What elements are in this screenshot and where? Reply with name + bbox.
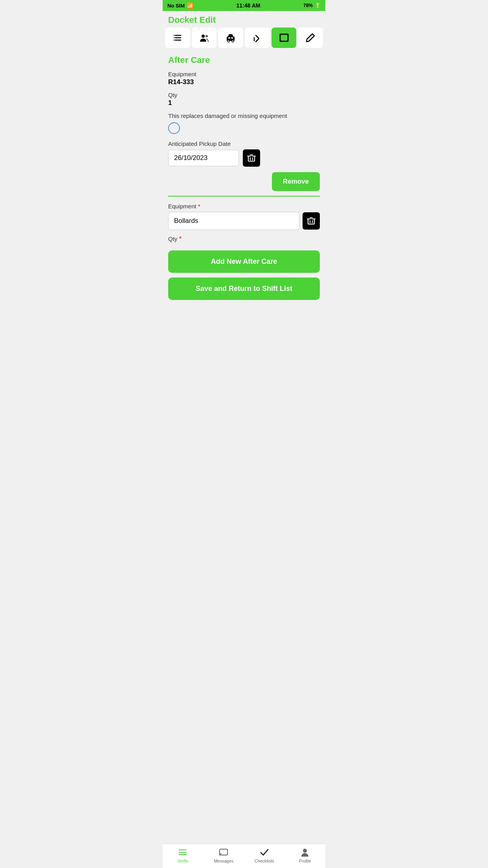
pickup-date-row: 26/10/2023 bbox=[168, 149, 320, 167]
qty-label: Qty bbox=[168, 92, 320, 98]
main-content: After Care Equipment R14-333 Qty 1 This … bbox=[163, 51, 325, 309]
trash-icon bbox=[247, 154, 256, 162]
qty-required-row: Qty * bbox=[168, 235, 320, 243]
svg-rect-12 bbox=[231, 37, 233, 39]
pickup-date-label: Anticipated Pickup Date bbox=[168, 140, 320, 147]
svg-point-4 bbox=[174, 37, 174, 38]
battery-icon: 🔋 bbox=[315, 3, 321, 8]
status-bar: No SIM 📶 11:48 AM 78% 🔋 bbox=[163, 0, 325, 11]
svg-rect-14 bbox=[280, 34, 288, 41]
page-title: Docket Edit bbox=[163, 11, 325, 28]
svg-point-6 bbox=[202, 35, 205, 38]
qty-required-star: * bbox=[179, 235, 182, 242]
svg-rect-26 bbox=[310, 219, 312, 220]
replaces-label: This replaces damaged or missing equipme… bbox=[168, 112, 320, 119]
replaces-radio[interactable] bbox=[168, 122, 180, 134]
list-icon bbox=[172, 32, 183, 43]
svg-point-9 bbox=[227, 40, 229, 42]
qty-value: 1 bbox=[168, 99, 320, 107]
equipment-clear-button[interactable] bbox=[303, 212, 320, 230]
pickup-date-clear-button[interactable] bbox=[243, 149, 260, 167]
vehicle-icon bbox=[225, 32, 236, 43]
wifi-icon: 📶 bbox=[187, 2, 193, 9]
status-bar-right: 78% 🔋 bbox=[303, 3, 321, 8]
svg-rect-11 bbox=[228, 37, 230, 39]
equipment-required-star: * bbox=[198, 203, 200, 210]
equipment-value: R14-333 bbox=[168, 78, 320, 86]
svg-point-10 bbox=[232, 40, 234, 42]
toolbar-edit-button[interactable] bbox=[298, 28, 323, 48]
toolbar-forward-button[interactable] bbox=[245, 28, 270, 48]
toolbar bbox=[163, 28, 325, 51]
people-icon bbox=[199, 32, 210, 43]
equipment-input[interactable] bbox=[168, 212, 299, 230]
carrier-label: No SIM bbox=[167, 3, 185, 9]
battery-percent: 78% bbox=[303, 3, 313, 8]
toolbar-people-button[interactable] bbox=[192, 28, 217, 48]
status-bar-left: No SIM 📶 bbox=[167, 2, 193, 9]
status-bar-time: 11:48 AM bbox=[237, 2, 261, 9]
frame-icon bbox=[279, 32, 290, 43]
svg-point-7 bbox=[205, 35, 208, 37]
toolbar-list-button[interactable] bbox=[165, 28, 190, 48]
new-equipment-label: Equipment * bbox=[168, 203, 320, 210]
toolbar-frame-button[interactable] bbox=[272, 28, 297, 48]
edit-icon bbox=[305, 32, 316, 43]
section-divider bbox=[168, 196, 320, 197]
trash-icon-2 bbox=[307, 217, 316, 225]
toolbar-vehicle-button[interactable] bbox=[218, 28, 243, 48]
svg-rect-20 bbox=[251, 156, 252, 157]
remove-button[interactable]: Remove bbox=[272, 172, 320, 191]
save-return-button[interactable]: Save and Return to Shift List bbox=[168, 278, 320, 300]
forward-icon bbox=[252, 32, 263, 43]
svg-point-5 bbox=[174, 40, 174, 40]
svg-point-3 bbox=[174, 35, 174, 36]
add-new-button[interactable]: Add New After Care bbox=[168, 250, 320, 273]
pickup-date-input[interactable]: 26/10/2023 bbox=[168, 150, 239, 166]
equipment-row bbox=[168, 212, 320, 230]
equipment-label: Equipment bbox=[168, 71, 320, 77]
section-title: After Care bbox=[168, 55, 320, 65]
